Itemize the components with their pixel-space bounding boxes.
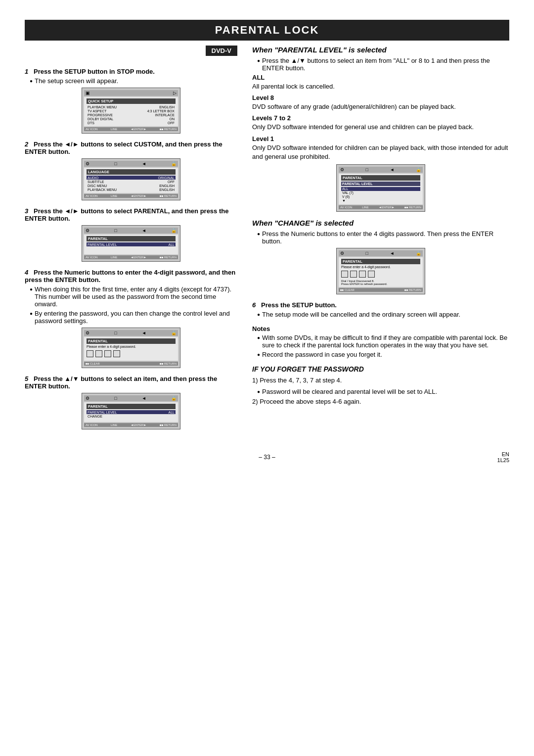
screen-mockup-5: ⚙□◄🔒 PARENTAL PARENTAL LEVELALL CHANGE A…: [82, 393, 180, 429]
menu-item-more: ▼: [341, 199, 420, 203]
menu-item: CHANGE: [87, 414, 176, 418]
page-title: PARENTAL LOCK: [25, 20, 509, 41]
menu-item: TV ASPECT4:3 LETTER BOX: [87, 109, 176, 113]
screen-menu-title-2: LANGUAGE: [87, 169, 176, 175]
menu-item: DOLBY DIGITALON: [87, 117, 176, 121]
change-title: When "CHANGE" is selected: [252, 219, 509, 227]
change-section: When "CHANGE" is selected Press the Nume…: [252, 219, 509, 294]
step-1: 1 Press the SETUP button in STOP mode. T…: [25, 68, 237, 134]
screen-mockup-4: ⚙□◄🔒 PARENTAL Please enter a 4-digit pas…: [82, 328, 180, 368]
step-1-header: 1 Press the SETUP button in STOP mode.: [25, 68, 237, 75]
screen-menu-title-4: PARENTAL: [87, 338, 176, 344]
screen-menu-area-4: PARENTAL Please enter a 4-digit password…: [84, 337, 178, 361]
screen-bottom-bar-3: AV ICONLINE◄ENTER►■■ RETURN: [84, 255, 178, 259]
menu-item: PROGRESSIVEINTERLACE: [87, 113, 176, 117]
notes-bullet-2: Record the password in case you forget i…: [257, 351, 509, 358]
forget-item-1: 1) Press the 4, 7, 3, 7 at step 4.: [252, 376, 509, 385]
screen-password-prompt: Please enter a 4-digit password.: [87, 345, 176, 348]
screen-parental-level-label: PARENTAL LEVEL: [341, 182, 420, 186]
menu-item-val7: VAL (7): [341, 191, 420, 195]
password-box: [341, 271, 348, 278]
change-bullet: Press the Numeric buttons to enter the 4…: [257, 230, 509, 245]
screen-change-prompt: Please enter a 4-digit password.: [341, 265, 420, 269]
level-8: Level 8 DVD software of any grade (adult…: [252, 94, 509, 111]
password-box: [359, 271, 366, 278]
screen-bottom-bar-pl: AV ICONLINE◄ENTER►■■ RETURN: [339, 205, 423, 209]
levels-7-2: Levels 7 to 2 Only DVD software intended…: [252, 114, 509, 132]
left-column: DVD-V 1 Press the SETUP button in STOP m…: [25, 46, 237, 436]
screen-mockup-3: ⚙□◄🔒 PARENTAL PARENTAL LEVELALL AV ICONL…: [82, 225, 180, 262]
screen-change-note: Dial / Input Discovered 8.Press ENTER to…: [341, 280, 420, 285]
notes-section: Notes With some DVDs, it may be difficul…: [252, 325, 509, 358]
screen-bottom-bar-4: ■■ CLEAR■■ RETURN: [84, 362, 178, 366]
menu-item: PLAYBACK MENUENGLISH: [87, 188, 176, 191]
step-4-bullet-1: When doing this for the first time, ente…: [30, 285, 237, 308]
notes-title: Notes: [252, 325, 509, 332]
screen-top-icons: ⚙□◄🔒: [84, 228, 178, 234]
page-footer: – 33 – EN1L25: [25, 451, 509, 463]
step-4-bullet-2: By entering the password, you can then c…: [30, 310, 237, 325]
level-all: ALL All parental lock is cancelled.: [252, 74, 509, 91]
screen-top-icons: ▣▷: [84, 90, 178, 96]
forget-title: IF YOU FORGET THE PASSWORD: [252, 365, 509, 373]
menu-item-all: ALL: [341, 187, 420, 191]
notes-bullet-1: With some DVDs, it may be difficult to f…: [257, 334, 509, 349]
screen-mockup-1: ▣▷ QUICK SETUP PLAYBACK MENUENGLISH TV A…: [82, 88, 180, 134]
screen-menu-area-3: PARENTAL PARENTAL LEVELALL: [84, 235, 178, 254]
page-code: EN1L25: [348, 451, 509, 463]
password-box: [95, 350, 102, 357]
level-1: Level 1 Only DVD software intended for c…: [252, 135, 509, 161]
screen-bottom-bar-change: ■■ CLEAR■■ RETURN: [339, 288, 423, 292]
menu-item-selected: PARENTAL LEVELALL: [87, 410, 176, 414]
password-box: [113, 350, 120, 357]
forget-bullet-1: Password will be cleared and parental le…: [257, 388, 509, 395]
step-6-bullet: The setup mode will be cancelled and the…: [257, 311, 509, 318]
parental-level-bullet: Press the ▲/▼ buttons to select an item …: [257, 57, 509, 72]
screen-menu-title-pl: PARENTAL: [341, 175, 420, 181]
password-boxes-change: [341, 271, 420, 278]
step-2: 2 Press the ◄/► buttons to select CUSTOM…: [25, 141, 237, 200]
step-6: 6 Press the SETUP button. The setup mode…: [252, 301, 509, 318]
screen-menu-title-5: PARENTAL: [87, 404, 176, 409]
menu-item: DISC MENUENGLISH: [87, 184, 176, 188]
menu-item-selected: AUDIOORIGINAL: [87, 176, 176, 180]
screen-menu-area-5: PARENTAL PARENTAL LEVELALL CHANGE: [84, 402, 178, 422]
password-boxes: [87, 350, 176, 357]
password-box: [87, 350, 93, 357]
password-box: [368, 271, 375, 278]
parental-level-section: When "PARENTAL LEVEL" is selected Press …: [252, 46, 509, 212]
screen-top-icons: ⚙□◄🔒: [84, 395, 178, 401]
screen-bottom-bar-1: AV ICONLINE◄ENTER►■■ RETURN: [84, 127, 178, 131]
forget-password-section: IF YOU FORGET THE PASSWORD 1) Press the …: [252, 365, 509, 406]
screen-mockup-2: ⚙□◄🔒 LANGUAGE AUDIOORIGINAL SUBTITLEOFF …: [82, 158, 180, 200]
screen-menu-title-3: PARENTAL: [87, 236, 176, 241]
right-column: When "PARENTAL LEVEL" is selected Press …: [252, 46, 509, 436]
menu-item: PLAYBACK MENUENGLISH: [87, 105, 176, 109]
screen-top-icons: ⚙□◄🔒: [84, 330, 178, 336]
screen-menu-area-change: PARENTAL Please enter a 4-digit password…: [339, 257, 423, 287]
screen-menu-area-pl: PARENTAL PARENTAL LEVEL ALL VAL (7) V (6…: [339, 174, 423, 204]
page-number: – 33 –: [186, 454, 348, 461]
step-3: 3 Press the ◄/► buttons to select PARENT…: [25, 207, 237, 262]
forget-item-2: 2) Proceed the above steps 4-6 again.: [252, 397, 509, 406]
screen-mockup-parental-level: ⚙□◄🔒 PARENTAL PARENTAL LEVEL ALL VAL (7)…: [336, 164, 425, 212]
screen-mockup-change: ⚙□◄🔒 PARENTAL Please enter a 4-digit pas…: [336, 248, 425, 294]
screen-menu-area-1: QUICK SETUP PLAYBACK MENUENGLISH TV ASPE…: [84, 97, 178, 126]
menu-item: DTSOFF: [87, 121, 176, 125]
step-4-header: 4 Press the Numeric buttons to enter the…: [25, 269, 237, 284]
step-4: 4 Press the Numeric buttons to enter the…: [25, 269, 237, 368]
step-2-header: 2 Press the ◄/► buttons to select CUSTOM…: [25, 141, 237, 155]
step-6-header: 6 Press the SETUP button.: [252, 301, 509, 309]
step-5: 5 Press the ▲/▼ buttons to select an ite…: [25, 375, 237, 429]
screen-top-icons: ⚙□◄🔒: [339, 250, 423, 256]
screen-top-icons: ⚙□◄🔒: [339, 167, 423, 173]
parental-level-title: When "PARENTAL LEVEL" is selected: [252, 46, 509, 54]
dvd-badge: DVD-V: [206, 46, 237, 56]
screen-menu-title-1: QUICK SETUP: [87, 98, 176, 104]
password-box: [104, 350, 111, 357]
screen-bottom-bar-5: AV ICONLINE◄ENTER►■■ RETURN: [84, 423, 178, 427]
menu-item-v6: V (6): [341, 195, 420, 199]
screen-menu-area-2: LANGUAGE AUDIOORIGINAL SUBTITLEOFF DISC …: [84, 168, 178, 193]
step-1-bullet: The setup screen will appear.: [30, 77, 237, 85]
screen-menu-title-change: PARENTAL: [341, 259, 420, 264]
